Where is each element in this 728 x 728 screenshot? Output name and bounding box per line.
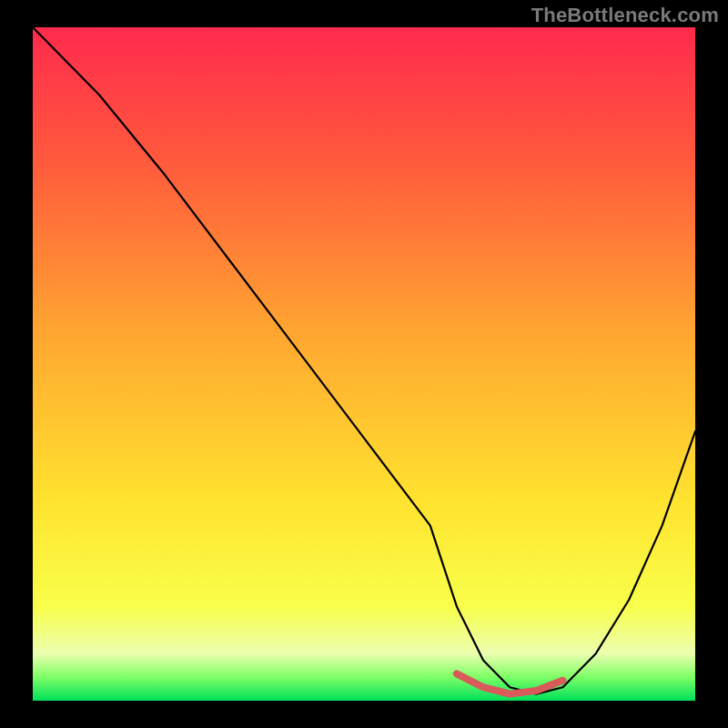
chart-frame: TheBottleneck.com	[0, 0, 728, 728]
watermark-text: TheBottleneck.com	[531, 4, 719, 27]
bottleneck-chart	[0, 0, 728, 728]
plot-background	[33, 27, 695, 701]
